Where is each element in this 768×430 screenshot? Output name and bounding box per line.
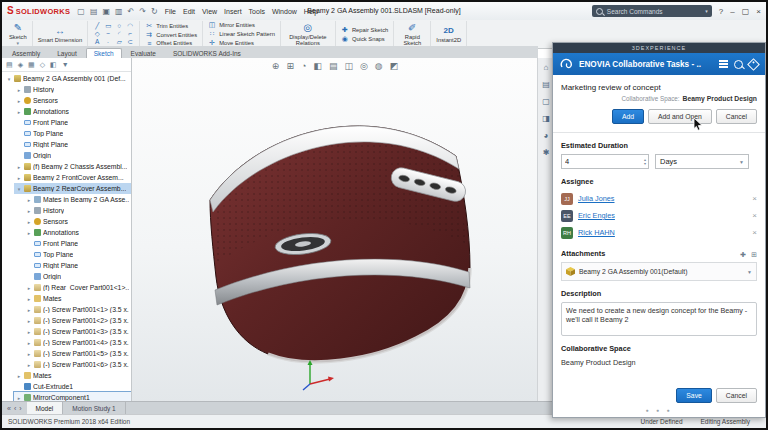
tree-item[interactable]: Right Plane <box>2 260 131 271</box>
tree-item[interactable]: ▸ (f) Beamy 2 Chassis Assembl... <box>2 161 131 172</box>
filter-icon[interactable]: ▼ <box>62 61 69 68</box>
tree-item[interactable]: Right Plane <box>2 139 131 150</box>
menu-item[interactable]: File <box>165 8 176 15</box>
expand-arrow-icon[interactable]: ▸ <box>26 296 32 302</box>
close-button[interactable]: × <box>756 7 761 16</box>
sketch-button[interactable]: ✎ Sketch ▾ <box>4 21 33 47</box>
expand-arrow-icon[interactable]: ▸ <box>26 351 32 357</box>
repair-sketch-button[interactable]: ✚ Repair Sketch <box>341 26 388 34</box>
plane-icon[interactable]: ▱ <box>114 38 124 46</box>
print-icon[interactable]: ▥ <box>115 7 123 16</box>
panel-window-title[interactable]: 3DEXPERIENCE <box>553 43 765 53</box>
expand-arrow-icon[interactable]: ▸ <box>26 197 32 203</box>
rapid-sketch-button[interactable]: ✐ Rapid Sketch <box>394 21 431 47</box>
tree-item[interactable]: Cut-Extrude1 <box>2 381 131 392</box>
zoom-fit-icon[interactable]: ⊕ <box>272 61 280 71</box>
expand-arrow-icon[interactable]: ▸ <box>16 109 22 115</box>
duration-value-field[interactable]: ▴▾ <box>561 154 649 169</box>
trim-entities-button[interactable]: ✂ Trim Entities <box>145 22 197 30</box>
displaymanager-icon[interactable]: ◧ <box>50 61 57 69</box>
cancel-button[interactable]: Cancel <box>716 388 757 403</box>
ribbon-tab[interactable]: Assembly <box>4 48 48 58</box>
section-view-icon[interactable]: ◧ <box>313 61 322 71</box>
expand-arrow-icon[interactable]: ▸ <box>16 98 22 104</box>
tree-item[interactable]: Front Plane <box>2 117 131 128</box>
tree-item[interactable]: ▸ (-) Screw Part001<1> (3.5 x... <box>2 304 131 315</box>
chevron-down-icon[interactable]: ▾ <box>17 41 20 45</box>
file-explorer-icon[interactable]: ▢ <box>542 97 550 106</box>
featuremanager-icon[interactable]: ▤ <box>6 61 13 69</box>
expand-arrow-icon[interactable]: ▾ <box>16 186 22 192</box>
description-field[interactable]: We need to create a new design concept f… <box>561 302 757 336</box>
ribbon-tab[interactable]: SOLIDWORKS Add-Ins <box>165 48 249 58</box>
expand-arrow-icon[interactable]: ▸ <box>26 208 32 214</box>
prev-icon[interactable]: ‹ <box>14 405 16 412</box>
custom-properties-icon[interactable]: ✱ <box>543 148 550 157</box>
new-file-icon[interactable]: ▢ <box>77 7 85 16</box>
add-attachment-icon[interactable]: ✚ <box>740 251 746 259</box>
view-palette-icon[interactable]: ◨ <box>542 114 550 123</box>
scene-icon[interactable]: ◩ <box>390 61 399 71</box>
assignee-link[interactable]: Julia Jones <box>578 194 747 203</box>
menu-item[interactable]: Tools <box>249 8 265 15</box>
page-dots[interactable]: ● ● ● <box>561 407 757 413</box>
remove-assignee-icon[interactable]: × <box>752 211 757 220</box>
graphics-viewport[interactable]: ⊕⊞◔◧▤◫◎◍◩ <box>132 58 538 402</box>
tree-item[interactable]: ▸ Beamy 2 FrontCover Assem... <box>2 172 131 183</box>
tree-item[interactable]: Front Plane <box>2 238 131 249</box>
rectangle-icon[interactable]: ▭ <box>103 22 113 30</box>
quick-snaps-button[interactable]: ◉ Quick Snaps <box>341 35 388 43</box>
cancel-add-button[interactable]: Cancel <box>716 109 757 124</box>
menu-item[interactable]: Edit <box>183 8 195 15</box>
expand-arrow-icon[interactable]: ▸ <box>26 285 32 291</box>
ellipse-icon[interactable]: ◜ <box>114 30 124 38</box>
polygon-icon[interactable]: ◇ <box>92 30 102 38</box>
fillet-icon[interactable]: ⌐ <box>125 30 135 38</box>
tree-item[interactable]: ▸ (-) Screw Part001<4> (3.5 x... <box>2 337 131 348</box>
previous-view-icon[interactable]: ◔ <box>301 61 306 71</box>
duration-unit-select[interactable]: Days ▼ <box>655 154 749 169</box>
display-style-icon[interactable]: ◫ <box>344 61 353 71</box>
attach-from-file-icon[interactable]: ⊞ <box>751 251 757 259</box>
slot-icon[interactable]: ⊂ <box>125 38 135 46</box>
attachment-item[interactable]: Beamy 2 GA Assembly 001(Default) ▼ <box>561 262 757 281</box>
spline-icon[interactable]: ~ <box>103 30 113 38</box>
tree-item[interactable]: Top Plane <box>2 249 131 260</box>
ribbon-tab[interactable]: Sketch <box>86 48 122 58</box>
expand-arrow-icon[interactable]: ▸ <box>16 175 22 181</box>
zoom-area-icon[interactable]: ⊞ <box>286 61 294 71</box>
model-3d[interactable] <box>168 72 498 377</box>
menu-item[interactable]: Insert <box>224 8 242 15</box>
tag-icon[interactable] <box>747 58 760 71</box>
menu-item[interactable]: View <box>202 8 217 15</box>
expand-arrow-icon[interactable]: ▾ <box>6 76 12 82</box>
duration-input[interactable] <box>562 157 644 166</box>
save-button[interactable]: Save <box>676 388 712 403</box>
expand-arrow-icon[interactable]: ▸ <box>16 87 22 93</box>
open-file-icon[interactable]: ▤ <box>90 7 98 16</box>
circle-icon[interactable]: ○ <box>114 22 124 30</box>
next-icon[interactable]: › <box>19 405 21 412</box>
expand-arrow-icon[interactable]: ▸ <box>26 230 32 236</box>
tree-item[interactable]: ▸ Sensors <box>2 216 131 227</box>
chevron-down-icon[interactable]: ▾ <box>705 8 708 14</box>
appearance-icon[interactable]: ◍ <box>375 61 383 71</box>
remove-assignee-icon[interactable]: × <box>752 228 757 237</box>
display-delete-relations-button[interactable]: ◎ Display/Delete Relations <box>281 21 336 47</box>
ribbon-tab[interactable]: Evaluate <box>123 48 164 58</box>
expand-arrow-icon[interactable]: ▸ <box>16 164 22 170</box>
home-icon[interactable]: ⌂ <box>544 63 549 72</box>
task-title-input[interactable] <box>561 77 757 95</box>
remove-assignee-icon[interactable]: × <box>752 194 757 203</box>
smart-dimension-button[interactable]: ↔ Smart Dimension <box>33 21 88 47</box>
expand-arrow-icon[interactable]: ▸ <box>16 373 22 379</box>
undo-icon[interactable]: ↶ <box>128 7 135 16</box>
mirror-entities-button[interactable]: ◫ Mirror Entities <box>208 21 275 29</box>
point-icon[interactable]: ∙ <box>103 38 113 46</box>
tree-item[interactable]: ▸ (-) Screw Part001<2> (3.5 x... <box>2 315 131 326</box>
tree-item[interactable]: Origin <box>2 271 131 282</box>
tree-item[interactable]: ▸ History <box>2 84 131 95</box>
menu-item[interactable]: Window <box>272 8 297 15</box>
tree-item[interactable]: ▾ Beamy 2 GA Assembly 001 (Def... <box>2 73 131 84</box>
tree-item[interactable]: ▸ Sensors <box>2 95 131 106</box>
